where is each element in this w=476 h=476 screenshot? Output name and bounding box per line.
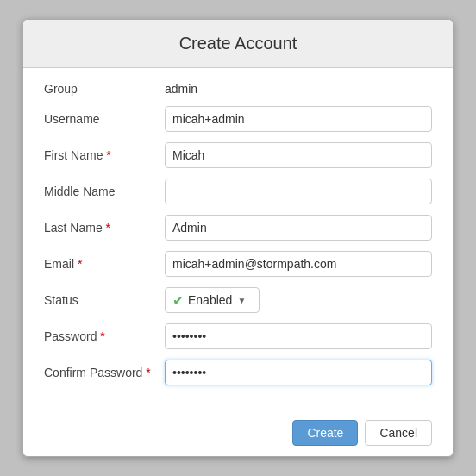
password-required-star: * bbox=[100, 329, 104, 343]
lastname-input[interactable] bbox=[165, 215, 432, 241]
username-label: Username bbox=[44, 112, 165, 126]
status-caret-icon: ▼ bbox=[237, 296, 246, 305]
username-row: Username bbox=[44, 106, 432, 132]
confirm-password-input[interactable] bbox=[165, 360, 432, 385]
lastname-required-star: * bbox=[106, 221, 110, 235]
middlename-label: Middle Name bbox=[44, 185, 165, 198]
cancel-button[interactable]: Cancel bbox=[365, 420, 432, 446]
username-input[interactable] bbox=[165, 106, 432, 132]
group-label: Group bbox=[44, 82, 165, 96]
email-input[interactable] bbox=[165, 251, 432, 277]
group-value: admin bbox=[165, 82, 197, 96]
confirm-required-star: * bbox=[146, 366, 150, 379]
password-input[interactable] bbox=[165, 323, 432, 349]
status-label: Status bbox=[44, 293, 165, 307]
confirm-password-row: Confirm Password * bbox=[44, 360, 432, 385]
dialog-footer: Create Cancel bbox=[23, 410, 453, 456]
email-label: Email * bbox=[44, 257, 165, 271]
lastname-row: Last Name * bbox=[44, 215, 432, 241]
firstname-input[interactable] bbox=[165, 142, 432, 168]
dialog-body: Group admin Username First Name * Middle… bbox=[23, 68, 453, 410]
firstname-required-star: * bbox=[106, 148, 110, 162]
middlename-input[interactable] bbox=[165, 178, 432, 204]
dialog-title: Create Account bbox=[41, 34, 435, 53]
email-row: Email * bbox=[44, 251, 432, 277]
status-text: Enabled bbox=[188, 293, 232, 307]
status-select[interactable]: ✔ Enabled ▼ bbox=[165, 287, 260, 313]
dialog-header: Create Account bbox=[23, 20, 453, 68]
group-row: Group admin bbox=[44, 82, 432, 96]
password-row: Password * bbox=[44, 323, 432, 349]
middlename-row: Middle Name bbox=[44, 178, 432, 204]
confirm-password-label: Confirm Password * bbox=[44, 366, 165, 379]
firstname-label: First Name * bbox=[44, 148, 165, 162]
status-row: Status ✔ Enabled ▼ bbox=[44, 287, 432, 313]
create-button[interactable]: Create bbox=[292, 420, 358, 446]
password-label: Password * bbox=[44, 329, 165, 343]
lastname-label: Last Name * bbox=[44, 221, 165, 235]
firstname-row: First Name * bbox=[44, 142, 432, 168]
status-enabled-icon: ✔ bbox=[172, 292, 184, 309]
email-required-star: * bbox=[78, 257, 82, 271]
create-account-dialog: Create Account Group admin Username Firs… bbox=[22, 19, 454, 457]
